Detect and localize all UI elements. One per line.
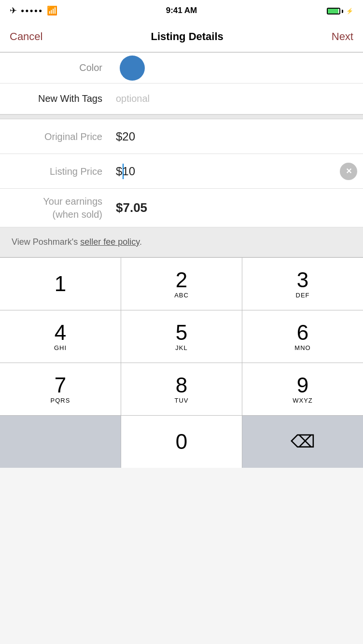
original-price-row[interactable]: Original Price $20 bbox=[0, 119, 363, 154]
keyboard-key-8[interactable]: 8 TUV bbox=[121, 363, 242, 415]
keyboard-key-9[interactable]: 9 WXYZ bbox=[242, 363, 363, 415]
status-right: ⚡ bbox=[327, 7, 353, 14]
earnings-label: Your earnings (when sold) bbox=[0, 195, 114, 221]
earnings-row: Your earnings (when sold) $7.05 bbox=[0, 189, 363, 227]
keyboard-key-5[interactable]: 5 JKL bbox=[121, 310, 242, 363]
original-price-value: $20 bbox=[114, 130, 363, 143]
new-with-tags-label: New With Tags bbox=[0, 93, 114, 104]
keyboard-delete-button[interactable]: ⌫ bbox=[242, 416, 363, 468]
key-number-7: 7 bbox=[55, 375, 66, 396]
key-letters-4: GHI bbox=[54, 344, 67, 351]
seller-fee-policy-link[interactable]: seller fee policy bbox=[80, 237, 140, 247]
key-letters-5: JKL bbox=[175, 344, 187, 351]
price-section: Original Price $20 Listing Price $10 ✕ Y… bbox=[0, 119, 363, 227]
keyboard-row-1: 4 GHI 5 JKL 6 MNO bbox=[0, 310, 363, 363]
next-button[interactable]: Next bbox=[332, 30, 353, 43]
status-time: 9:41 AM bbox=[166, 6, 197, 15]
key-number-1: 1 bbox=[55, 273, 66, 294]
fee-policy-bar: View Poshmark's seller fee policy. bbox=[0, 227, 363, 257]
keyboard-key-3[interactable]: 3 DEF bbox=[242, 258, 363, 310]
earnings-label-line2: (when sold) bbox=[0, 208, 102, 221]
keyboard-key-empty bbox=[0, 416, 121, 468]
keyboard-row-2: 7 PQRS 8 TUV 9 WXYZ bbox=[0, 363, 363, 415]
keyboard-key-0[interactable]: 0 bbox=[121, 416, 242, 468]
key-letters-3: DEF bbox=[296, 292, 310, 299]
new-with-tags-placeholder: optional bbox=[116, 93, 150, 104]
listing-price-row[interactable]: Listing Price $10 ✕ bbox=[0, 154, 363, 189]
key-number-6: 6 bbox=[297, 322, 308, 343]
new-with-tags-row[interactable]: New With Tags optional bbox=[0, 84, 363, 114]
key-number-3: 3 bbox=[297, 269, 308, 291]
earnings-label-line1: Your earnings bbox=[0, 195, 102, 208]
key-letters-6: MNO bbox=[294, 344, 310, 351]
color-swatch[interactable] bbox=[120, 56, 145, 81]
clear-icon: ✕ bbox=[346, 167, 352, 176]
key-number-4: 4 bbox=[55, 322, 66, 343]
delete-icon: ⌫ bbox=[291, 432, 315, 452]
key-number-0: 0 bbox=[176, 431, 187, 452]
airplane-icon: ✈ bbox=[10, 5, 17, 16]
status-bar: ✈ ●●●●● 📶 9:41 AM ⚡ bbox=[0, 0, 363, 21]
signal-icon: ●●●●● bbox=[21, 7, 43, 14]
color-row[interactable]: Color bbox=[0, 53, 363, 84]
key-letters-8: TUV bbox=[175, 397, 189, 404]
key-letters-2: ABC bbox=[174, 292, 189, 299]
keyboard-key-6[interactable]: 6 MNO bbox=[242, 310, 363, 363]
new-with-tags-value[interactable]: optional bbox=[114, 93, 363, 104]
fee-text-start: View Poshmark's bbox=[12, 237, 80, 247]
keyboard-row-3: 0 ⌫ bbox=[0, 415, 363, 468]
clear-listing-price-button[interactable]: ✕ bbox=[340, 163, 357, 180]
page-title: Listing Details bbox=[151, 30, 223, 43]
key-number-2: 2 bbox=[176, 269, 187, 291]
cancel-button[interactable]: Cancel bbox=[10, 30, 42, 43]
battery-icon: ⚡ bbox=[327, 7, 353, 14]
keyboard-key-7[interactable]: 7 PQRS bbox=[0, 363, 121, 415]
color-label: Color bbox=[0, 62, 114, 73]
earnings-value: $7.05 bbox=[114, 200, 363, 215]
status-left: ✈ ●●●●● 📶 bbox=[10, 5, 57, 16]
original-price-amount: $20 bbox=[116, 130, 135, 143]
listing-price-value: $10 bbox=[114, 165, 340, 178]
keyboard-key-2[interactable]: 2 ABC bbox=[121, 258, 242, 310]
keyboard-key-1[interactable]: 1 bbox=[0, 258, 121, 310]
key-number-8: 8 bbox=[176, 375, 187, 396]
key-letters-7: PQRS bbox=[51, 397, 70, 404]
listing-price-label: Listing Price bbox=[0, 165, 114, 178]
key-letters-9: WXYZ bbox=[293, 397, 313, 404]
text-cursor bbox=[123, 164, 124, 179]
fee-text-end: . bbox=[140, 237, 142, 247]
keyboard-key-4[interactable]: 4 GHI bbox=[0, 310, 121, 363]
numeric-keyboard: 1 2 ABC 3 DEF 4 GHI 5 JKL 6 MNO bbox=[0, 257, 363, 468]
section-divider bbox=[0, 114, 363, 119]
key-number-5: 5 bbox=[176, 322, 187, 343]
color-value bbox=[114, 56, 363, 81]
key-number-9: 9 bbox=[297, 375, 308, 396]
nav-bar: Cancel Listing Details Next bbox=[0, 21, 363, 52]
wifi-icon: 📶 bbox=[47, 5, 57, 16]
original-price-label: Original Price bbox=[0, 130, 114, 143]
color-section: Color New With Tags optional bbox=[0, 52, 363, 114]
listing-price-amount: $10 bbox=[116, 165, 135, 178]
keyboard-row-0: 1 2 ABC 3 DEF bbox=[0, 257, 363, 310]
